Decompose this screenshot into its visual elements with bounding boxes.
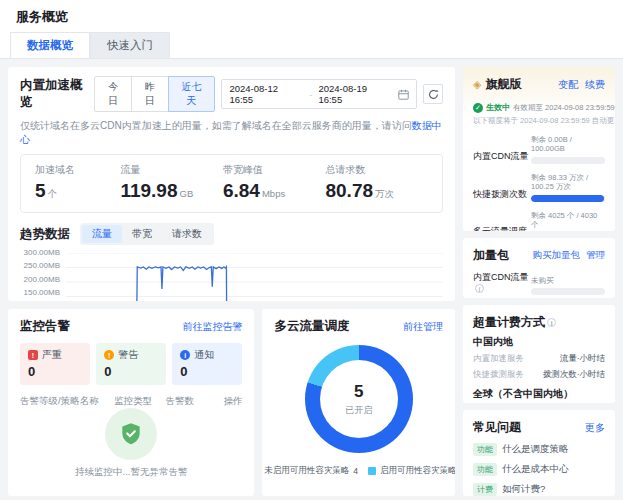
addon-title: 加量包 (473, 247, 509, 264)
warning-count: 0 (104, 364, 158, 379)
billing-row: 内置加速服务 流量·小时结 (473, 353, 605, 365)
info-icon[interactable]: i (475, 284, 484, 293)
notice-count: 0 (180, 364, 234, 379)
alerts-empty-text: 持续监控中...暂无异常告警 (20, 466, 242, 479)
faq-more-link[interactable]: 更多 (585, 421, 605, 435)
addon-cdn-traffic-row: 内置CDN流量i 未购买 (473, 271, 605, 295)
change-config-link[interactable]: 变配 (558, 78, 578, 92)
renew-link[interactable]: 续费 (585, 78, 605, 92)
faq-item[interactable]: 功能 什么是调度策略 (473, 443, 605, 456)
plan-panel: ◈ 旗舰版 变配 续费 ✓ 生效中 有效期至 2024-09-08 23:59:… (463, 67, 615, 231)
refresh-button[interactable] (423, 84, 443, 104)
overage-billing-panel: 超量计费方式i 中国内地 内置加速服务 流量·小时结 快捷拨测服务 拨测次数·小… (463, 305, 615, 403)
stat-traffic: 流量 119.98GB (120, 163, 223, 202)
tab-quick-start[interactable]: 快速入门 (90, 32, 170, 58)
severe-count: 0 (28, 364, 82, 379)
go-to-alerts-link[interactable]: 前往监控告警 (182, 320, 242, 334)
alerts-table-header: 告警等级/策略名称 监控类型 告警数 操作 (20, 395, 242, 408)
alerts-title: 监控告警 (20, 318, 70, 335)
stat-bandwidth-peak: 带宽峰值 6.84Mbps (223, 163, 326, 202)
billing-region-global: 全球（不含中国内地） (473, 387, 605, 401)
calendar-icon[interactable] (398, 89, 409, 100)
faq-item[interactable]: 计费 如何计费? (473, 483, 605, 496)
trend-tab-bandwidth[interactable]: 带宽 (122, 225, 162, 243)
info-icon[interactable]: i (547, 318, 556, 327)
faq-item[interactable]: 功能 什么是成本中心 (473, 463, 605, 476)
manage-addon-link[interactable]: 管理 (586, 249, 605, 262)
chart-y-axis: 300.00MB 250.00MB 200.00MB 150.00MB 100.… (20, 249, 66, 301)
donut-legend: 未启用可用性容灾策略 4 启用可用性容灾策略 1 (262, 465, 455, 477)
scheduling-donut-chart: 5 已开启 (305, 345, 413, 453)
page-header: 服务概览 (0, 0, 623, 32)
stats-summary: 加速域名 5个 流量 119.98GB 带宽峰值 6.84Mbps 总请求数 8… (20, 154, 443, 213)
plan-status: 生效中 (486, 102, 510, 113)
trend-tab-requests[interactable]: 请求数 (162, 225, 212, 243)
refresh-icon (428, 89, 439, 100)
faq-title: 常见问题 (473, 419, 521, 436)
billing-row: 快捷拨测服务 拨测次数·小时结 (473, 369, 605, 381)
section-title-overview: 内置加速概览 (20, 77, 94, 111)
donut-center-label: 已开启 (345, 404, 372, 417)
trend-tab-group: 流量 带宽 请求数 (80, 223, 214, 245)
alerts-empty-state: 持续监控中...暂无异常告警 (20, 408, 242, 479)
addon-panel: 加量包 购买加量包 管理 内置CDN流量i 未购买 (463, 238, 615, 298)
plan-valid-until: 有效期至 2024-09-08 23:59:59 (513, 103, 615, 113)
overview-note: 仅统计域名在多云CDN内置加速上的用量，如需了解域名在全部云服务商的用量，请访问… (20, 119, 443, 147)
legend-item-disabled: 未启用可用性容灾策略 4 (262, 465, 358, 477)
tab-data-overview[interactable]: 数据概览 (10, 32, 90, 58)
page-title: 服务概览 (16, 8, 607, 26)
severe-icon: ! (28, 350, 38, 360)
date-end: 2024-08-19 16:55 (318, 83, 392, 105)
billing-title: 超量计费方式i (473, 314, 605, 331)
plan-name: 旗舰版 (485, 76, 521, 93)
date-separator: - (309, 89, 312, 100)
date-start: 2024-08-12 16:55 (229, 83, 303, 105)
trend-tab-traffic[interactable]: 流量 (82, 225, 122, 243)
chart-plot-area[interactable] (66, 253, 443, 301)
scheduling-title: 多云流量调度 (274, 318, 349, 335)
monitoring-alerts-panel: 监控告警 前往监控告警 !严重 0 !警告 0 i通知 0 (8, 309, 254, 496)
content-area: 内置加速概览 今日 昨日 近七天 2024-08-12 16:55 - 2024… (0, 59, 623, 500)
active-check-icon: ✓ (473, 103, 483, 113)
shield-check-icon (105, 408, 157, 460)
donut-center-value: 5 (354, 382, 363, 402)
faq-panel: 常见问题 更多 功能 什么是调度策略 功能 什么是成本中心 计费 如何计费? 计… (463, 410, 615, 496)
buy-addon-link[interactable]: 购买加量包 (533, 249, 581, 262)
plan-diamond-icon: ◈ (473, 78, 481, 91)
main-tabs: 数据概览 快速入门 (0, 32, 623, 59)
traffic-trend-chart: 300.00MB 250.00MB 200.00MB 150.00MB 100.… (20, 253, 443, 301)
warning-icon: ! (104, 350, 114, 360)
filter-7days-button[interactable]: 近七天 (168, 76, 216, 112)
stat-total-requests: 总请求数 80.78万次 (325, 163, 428, 202)
multicloud-scheduling-panel: 多云流量调度 前往管理 5 已开启 未启用可用性容灾策略 (262, 309, 455, 496)
trend-title: 趋势数据 (20, 226, 70, 243)
billing-region-cn: 中国内地 (473, 335, 605, 349)
severe-alert-card: !严重 0 (20, 343, 90, 385)
quota-probe-count: 快捷拨测次数 剩余 98.33 万次 / 100.25 万次 (473, 173, 605, 202)
quota-cdn-traffic: 内置CDN流量 剩余 0.00B / 100.00GB (473, 135, 605, 164)
notice-alert-card: i通知 0 (172, 343, 242, 385)
builtin-acceleration-panel: 内置加速概览 今日 昨日 近七天 2024-08-12 16:55 - 2024… (8, 67, 455, 301)
filter-yesterday-button[interactable]: 昨日 (131, 76, 169, 112)
quota-scheduling: 多云流量调度 剩余 4025 个 / 4030 个 (473, 211, 605, 232)
legend-item-enabled: 启用可用性容灾策略 1 (368, 465, 455, 477)
warning-alert-card: !警告 0 (96, 343, 166, 385)
plan-renew-note: 以下额度将于 2024-09-08 23:59:59 自动更新 (473, 116, 605, 126)
go-to-manage-link[interactable]: 前往管理 (403, 320, 443, 334)
stat-domains: 加速域名 5个 (35, 163, 120, 202)
date-range-picker[interactable]: 2024-08-12 16:55 - 2024-08-19 16:55 (221, 79, 417, 109)
legend-swatch-enabled (368, 467, 376, 475)
notice-icon: i (180, 350, 190, 360)
filter-today-button[interactable]: 今日 (94, 76, 132, 112)
